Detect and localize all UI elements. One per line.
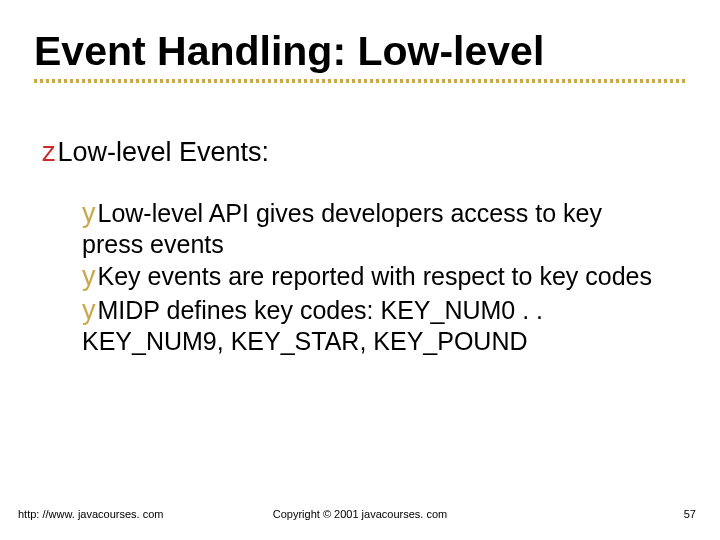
bullet-y-icon: y (82, 198, 96, 228)
bullet-y-icon: y (82, 261, 96, 291)
body-content: zLow-level Events: yLow-level API gives … (42, 138, 660, 358)
footer-page-number: 57 (684, 508, 696, 520)
sub-bullet-item: yMIDP defines key codes: KEY_NUM0 . . KE… (82, 295, 660, 356)
sub-bullet-item: yKey events are reported with respect to… (82, 261, 660, 293)
sub-bullet-text: Key events are reported with respect to … (98, 262, 652, 290)
slide: Event Handling: Low-level zLow-level Eve… (0, 0, 720, 540)
sub-bullet-text: MIDP defines key codes: KEY_NUM0 . . KEY… (82, 296, 543, 355)
title-underline (34, 79, 686, 83)
bullet-level1: zLow-level Events: (42, 138, 660, 168)
title-block: Event Handling: Low-level (34, 30, 686, 83)
bullet-z-icon: z (42, 137, 56, 167)
bullet-level1-text: Low-level Events: (58, 137, 270, 167)
sub-bullet-item: yLow-level API gives developers access t… (82, 198, 660, 259)
footer-copyright: Copyright © 2001 javacourses. com (0, 508, 720, 520)
slide-title: Event Handling: Low-level (34, 30, 686, 73)
bullet-y-icon: y (82, 295, 96, 325)
sub-bullet-text: Low-level API gives developers access to… (82, 199, 602, 258)
sub-bullets: yLow-level API gives developers access t… (82, 198, 660, 357)
